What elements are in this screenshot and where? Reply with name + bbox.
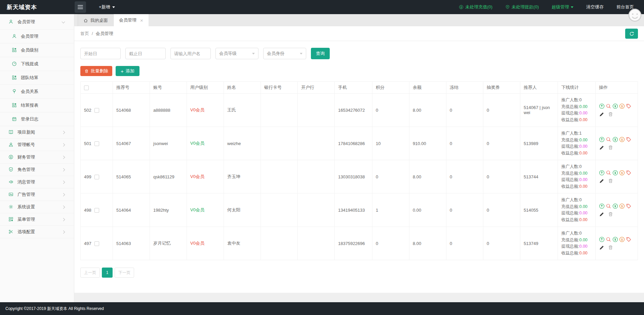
sidebar-item-13-image[interactable]: 广告管理 <box>0 188 74 201</box>
sidebar-item-8-book[interactable]: 项目新闻 <box>0 126 74 139</box>
row-checkbox[interactable] <box>94 241 99 246</box>
member-identity-select[interactable]: 会员身份 <box>263 48 306 59</box>
chevron-right-icon <box>62 193 65 196</box>
view-detail-icon[interactable] <box>606 137 611 142</box>
view-detail-icon[interactable] <box>606 237 611 242</box>
sidebar-item-10-yen[interactable]: 财务管理 <box>0 151 74 164</box>
cell-operations: $ <box>596 127 638 160</box>
member-level-select[interactable]: 会员等级 <box>215 48 258 59</box>
avatar-smiley-icon[interactable] <box>628 8 642 22</box>
tab-my-desktop[interactable]: 我的桌面 <box>78 14 114 26</box>
sidebar-item-3-gauge[interactable]: 下线提成 <box>0 57 74 71</box>
recharge-icon[interactable] <box>612 170 618 176</box>
edit-icon[interactable] <box>599 111 605 117</box>
book-icon <box>8 130 14 135</box>
new-dropdown[interactable]: +新增 <box>99 4 115 10</box>
row-checkbox[interactable] <box>94 175 99 179</box>
next-page-button[interactable]: 下一页 <box>115 268 134 278</box>
sidebar-item-0-user[interactable]: 会员管理 <box>0 14 74 30</box>
sidebar-item-12-speaker[interactable]: 消息管理 <box>0 176 74 188</box>
tag-icon[interactable] <box>626 103 632 109</box>
delete-icon[interactable] <box>608 178 613 184</box>
sidebar-item-5-tree[interactable]: 会员关系 <box>0 85 74 99</box>
edit-icon[interactable] <box>599 145 605 150</box>
cell-level: V0会员 <box>187 160 224 194</box>
sidebar-item-14-gear[interactable]: 系统设置 <box>0 201 74 213</box>
delete-icon[interactable] <box>608 211 613 217</box>
tab-member-management[interactable]: 会员管理 × <box>114 14 149 26</box>
tag-icon[interactable] <box>626 137 632 142</box>
pending-recharge-link[interactable]: 未处理充值(0) <box>459 4 492 10</box>
start-date-input[interactable] <box>80 48 121 59</box>
user-icon <box>12 34 17 39</box>
recharge-icon[interactable] <box>612 137 618 142</box>
edit-icon[interactable] <box>599 178 605 184</box>
cell-downline-stats: 推广人数:1充值总额:0.00提现总额:0.00收益总额:0.00 <box>558 127 596 160</box>
sidebar-item-7-calendar[interactable]: 登录日志 <box>0 112 74 126</box>
deduct-icon[interactable]: $ <box>619 237 625 242</box>
sidebar-item-1-user[interactable]: 会员管理 <box>0 30 74 43</box>
upgrade-icon[interactable] <box>599 137 605 142</box>
upgrade-icon[interactable] <box>599 237 605 242</box>
edit-icon[interactable] <box>599 211 605 217</box>
view-detail-icon[interactable] <box>606 103 611 109</box>
sidebar-item-15-menu-grid[interactable]: 菜单管理 <box>0 213 74 226</box>
row-checkbox[interactable] <box>94 108 99 113</box>
current-page-button[interactable]: 1 <box>102 268 113 278</box>
close-tab-icon[interactable]: × <box>140 18 143 23</box>
cell-name: 何太阳 <box>224 194 261 227</box>
view-detail-icon[interactable] <box>606 203 611 209</box>
chevron-down-icon <box>252 53 255 55</box>
tag-icon[interactable] <box>626 203 632 209</box>
delete-icon[interactable] <box>608 245 613 250</box>
delete-icon[interactable] <box>608 111 613 117</box>
deduct-icon[interactable]: $ <box>619 137 625 142</box>
add-button[interactable]: + 添加 <box>116 66 139 76</box>
row-checkbox[interactable] <box>94 208 99 213</box>
recharge-icon[interactable] <box>612 203 618 209</box>
col-header-8: 余额 <box>409 82 446 94</box>
edit-icon[interactable] <box>599 245 605 250</box>
view-detail-icon[interactable] <box>606 170 611 176</box>
cell-phone: 17841068286 <box>335 127 372 160</box>
cell-points: 1 <box>372 194 409 227</box>
upgrade-icon[interactable] <box>599 203 605 209</box>
admin-dropdown[interactable]: 超级管理 <box>552 4 573 10</box>
breadcrumb-home[interactable]: 首页 <box>80 31 89 37</box>
clear-cache-button[interactable]: 清空缓存 <box>586 4 604 10</box>
search-button[interactable]: 查询 <box>311 48 330 59</box>
select-all-checkbox[interactable] <box>84 85 89 90</box>
cell-name: weizhe <box>224 127 261 160</box>
tag-icon[interactable] <box>626 170 632 176</box>
chevron-down-icon <box>112 6 115 8</box>
prev-page-button[interactable]: 上一页 <box>80 268 100 278</box>
sidebar-item-4-grid[interactable]: 团队结算 <box>0 71 74 85</box>
deduct-icon[interactable]: $ <box>619 203 625 209</box>
col-header-12: 下线统计 <box>558 82 596 94</box>
deduct-icon[interactable]: $ <box>619 103 625 109</box>
cell-operations: $ <box>596 94 638 127</box>
sidebar-item-9-user2[interactable]: 管理帐号 <box>0 139 74 151</box>
cell-balance: 8.00 <box>409 227 446 260</box>
upgrade-icon[interactable] <box>599 170 605 176</box>
recharge-icon[interactable] <box>612 103 618 109</box>
row-checkbox[interactable] <box>94 141 99 146</box>
deduct-icon[interactable]: $ <box>619 170 625 176</box>
sidebar-item-16-scissors[interactable]: 选项配置 <box>0 226 74 238</box>
cell-bank <box>298 127 335 160</box>
upgrade-icon[interactable] <box>599 103 605 109</box>
sidebar-item-2-grid[interactable]: 会员级别 <box>0 43 74 57</box>
refresh-button[interactable] <box>625 29 638 39</box>
delete-icon[interactable] <box>608 145 613 150</box>
chevron-down-icon <box>300 53 303 55</box>
sidebar-item-11-shield[interactable]: 角色管理 <box>0 164 74 176</box>
sidebar-item-6-grid[interactable]: 结算报表 <box>0 99 74 112</box>
pending-withdraw-link[interactable]: 未处理提款(0) <box>505 4 539 10</box>
username-input[interactable] <box>170 48 211 59</box>
col-header-13: 操作 <box>596 82 638 94</box>
tag-icon[interactable] <box>626 237 632 242</box>
sidebar-toggle-button[interactable] <box>75 1 86 13</box>
batch-delete-button[interactable]: 批量删除 <box>80 66 112 76</box>
recharge-icon[interactable] <box>612 237 618 242</box>
end-date-input[interactable] <box>125 48 166 59</box>
